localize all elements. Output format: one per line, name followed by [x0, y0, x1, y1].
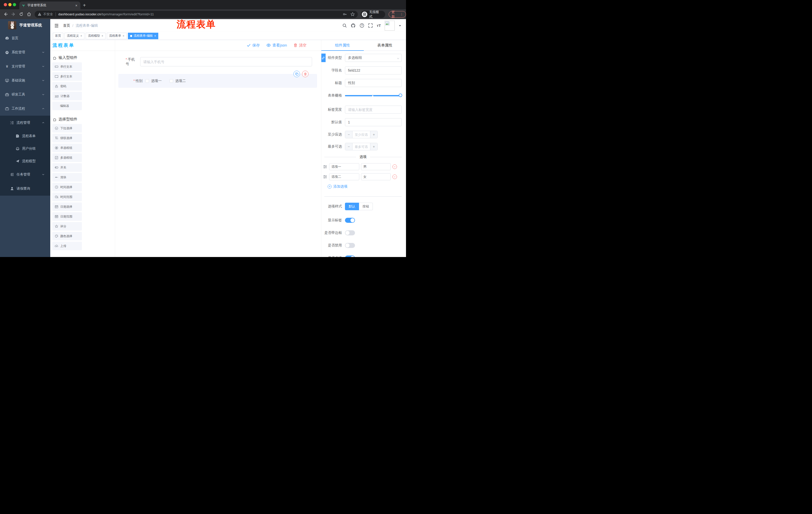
avatar-broken-image[interactable] [385, 21, 395, 31]
window-minimize-button[interactable] [8, 3, 11, 6]
component-date-picker[interactable]: 日期选择 [52, 202, 82, 211]
close-icon[interactable]: × [80, 34, 82, 38]
component-slider[interactable]: 滑块 [52, 173, 82, 182]
min-select-input[interactable] [352, 131, 370, 138]
component-color-picker[interactable]: 颜色选择 [52, 232, 82, 240]
option-value-input[interactable] [361, 173, 391, 180]
browser-tab[interactable]: 芋道管理系统 × [19, 1, 80, 9]
disabled-toggle[interactable] [345, 243, 355, 248]
font-size-icon[interactable]: тT [377, 23, 381, 28]
sidebar-item-user-group[interactable]: 用户分组 [0, 142, 50, 155]
label-width-input[interactable] [345, 106, 402, 114]
stepper-plus-button[interactable]: + [370, 143, 377, 150]
title-input[interactable] [345, 79, 402, 87]
close-icon[interactable]: × [154, 34, 156, 38]
phone-input[interactable] [140, 57, 312, 66]
remove-option-button[interactable]: − [393, 174, 397, 179]
stepper-minus-button[interactable]: − [345, 131, 352, 138]
component-date-range[interactable]: 日期范围 [52, 212, 82, 221]
avatar-caret-icon[interactable] [399, 24, 402, 27]
sidebar-item-process-management[interactable]: 流程管理 [0, 116, 50, 130]
view-tab-process-form-edit[interactable]: 流程表单-编辑 × [128, 33, 158, 39]
search-icon[interactable] [342, 23, 347, 28]
stepper-plus-button[interactable]: + [370, 131, 377, 138]
view-tab-home[interactable]: 首页 [53, 33, 63, 39]
checkbox-option1[interactable] [145, 79, 149, 83]
sidebar-item-workflow[interactable]: 工作流程 [0, 102, 50, 116]
field-name-input[interactable] [345, 66, 402, 75]
style-default-button[interactable]: 默认 [345, 203, 359, 210]
component-multi-line-text[interactable]: 多行文本 [52, 72, 82, 81]
grid-slider[interactable] [345, 91, 402, 100]
window-close-button[interactable] [4, 3, 7, 6]
sidebar-item-home[interactable]: 首页 [0, 31, 50, 45]
breadcrumb-home[interactable]: 首页 [63, 23, 70, 28]
tab-component-properties[interactable]: 组件属性 [321, 40, 364, 51]
home-icon[interactable] [27, 12, 31, 16]
canvas-field-gender-selected[interactable]: *性别 选项一 选项二 [118, 74, 317, 88]
back-icon[interactable] [3, 12, 8, 16]
bookmark-star-icon[interactable] [350, 12, 355, 16]
component-single-line-text[interactable]: 单行文本 [52, 62, 82, 71]
add-option-button[interactable]: + 添加选项 [328, 184, 402, 189]
browser-menu-kebab-icon[interactable]: ⋮ [400, 12, 403, 16]
sidebar-item-payment[interactable]: ¥ 支付管理 [0, 59, 50, 74]
sidebar-item-system[interactable]: 系统管理 [0, 45, 50, 59]
help-icon[interactable]: ? [359, 23, 364, 28]
sidebar-item-task-management[interactable]: 任务管理 [0, 167, 50, 182]
component-radio-group[interactable]: 单选框组 [52, 143, 82, 152]
duplicate-component-button[interactable] [293, 71, 300, 77]
sidebar-item-process-form[interactable]: 流程表单 [0, 130, 50, 142]
component-upload[interactable]: 上传 [52, 242, 82, 250]
address-bar[interactable]: 不安全 dashboard.yudao.iocoder.cn/bpm/manag… [35, 11, 358, 18]
option-value-input[interactable] [361, 163, 391, 170]
component-checkbox-group[interactable]: 多选框组 [52, 154, 82, 162]
new-tab-button[interactable]: + [83, 2, 86, 9]
component-password[interactable]: 密码 [52, 82, 82, 90]
stepper-minus-button[interactable]: − [345, 143, 352, 150]
close-icon[interactable]: × [123, 34, 124, 38]
reload-icon[interactable] [19, 12, 23, 16]
drag-handle-icon[interactable] [323, 174, 327, 179]
delete-component-button[interactable] [302, 71, 309, 77]
component-rate[interactable]: 评分 [52, 222, 82, 231]
checkbox-option2[interactable] [170, 79, 173, 83]
view-tab-process-form[interactable]: 流程表单 × [107, 33, 127, 39]
view-json-button[interactable]: 查看json [266, 43, 287, 48]
component-time-range[interactable]: 时间范围 [52, 193, 82, 201]
tab-close-icon[interactable]: × [75, 3, 78, 7]
required-toggle[interactable] [345, 255, 355, 257]
forward-icon[interactable] [11, 12, 16, 16]
component-type-select[interactable] [345, 54, 402, 62]
close-icon[interactable]: × [102, 34, 103, 38]
fullscreen-icon[interactable] [368, 23, 373, 28]
sidebar-item-infrastructure[interactable]: 基础设施 [0, 74, 50, 87]
component-cascader[interactable]: 级联选择 [52, 134, 82, 142]
max-select-input[interactable] [352, 143, 370, 150]
canvas-field-phone[interactable]: *手机号 [126, 57, 312, 66]
drag-handle-icon[interactable] [323, 164, 327, 169]
password-key-icon[interactable] [343, 12, 347, 16]
option-label-input[interactable] [329, 163, 359, 170]
view-tab-process-model[interactable]: 流程模型 × [86, 33, 106, 39]
browser-update-button[interactable]: 更新 ⋮ [389, 11, 406, 18]
show-label-toggle[interactable] [345, 218, 355, 223]
slider-handle[interactable] [399, 93, 402, 97]
component-time-picker[interactable]: 时间选择 [52, 183, 82, 191]
view-tab-process-definition[interactable]: 流程定义 × [64, 33, 84, 39]
component-counter[interactable]: 123 计数器 [52, 92, 82, 100]
tab-form-properties[interactable]: 表单属性 [364, 40, 406, 51]
component-editor[interactable]: 编辑器 [52, 102, 82, 110]
border-toggle[interactable] [345, 231, 355, 235]
component-switch[interactable]: 开关 [52, 163, 82, 172]
default-value-input[interactable] [345, 118, 402, 126]
sidebar-item-dev-tools[interactable]: 研发工具 [0, 87, 50, 102]
clear-button[interactable]: 清空 [293, 43, 307, 48]
window-zoom-button[interactable] [13, 3, 16, 6]
data-binding-link-button[interactable] [321, 54, 326, 62]
component-select[interactable]: 下拉选择 [52, 124, 82, 133]
sidebar-item-leave-query[interactable]: 请假查询 [0, 182, 50, 196]
security-label[interactable]: 不安全 [43, 12, 53, 17]
option-label-input[interactable] [329, 173, 359, 180]
hamburger-collapse-icon[interactable] [54, 23, 59, 28]
